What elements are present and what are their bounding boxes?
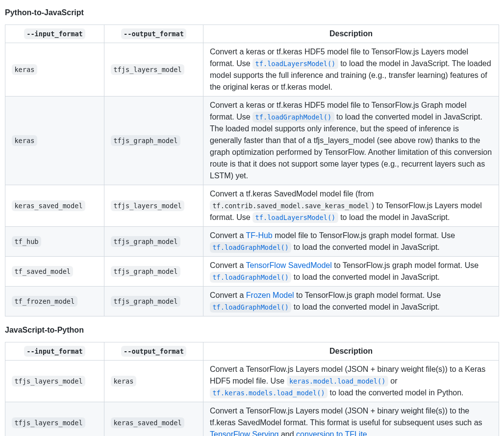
api-link[interactable]: tf.loadGraphModel() [252, 113, 334, 121]
description-cell: Convert a Frozen Model to TensorFlow.js … [203, 287, 499, 316]
api-link[interactable]: tf.loadLayersModel() [252, 213, 338, 221]
doc-link[interactable]: conversion to TFLite [296, 430, 367, 436]
doc-link[interactable]: Frozen Model [246, 291, 294, 299]
input-format-cell: keras [5, 43, 104, 97]
description-cell: Convert a keras or tf.keras HDF5 model f… [203, 97, 499, 185]
table-row: tf_frozen_modeltfjs_graph_modelConvert a… [5, 287, 499, 316]
api-link[interactable]: tf.keras.models.load_model() [210, 388, 328, 397]
table-row: tfjs_layers_modelkerasConvert a TensorFl… [5, 361, 499, 402]
table-row: tf_hubtfjs_graph_modelConvert a TF-Hub m… [5, 227, 499, 257]
col-header-desc: Description [203, 342, 499, 361]
input-format-cell: tf_hub [5, 227, 104, 257]
description-cell: Convert a tf.keras SavedModel model file… [203, 185, 499, 227]
api-link[interactable]: keras.model.load_model() [287, 377, 388, 385]
col-header-output: --output_format [104, 25, 203, 43]
description-cell: Convert a TensorFlow SavedModel to Tenso… [203, 257, 499, 287]
api-link[interactable]: tf.loadGraphModel() [210, 303, 291, 311]
output-format-cell: tfjs_graph_model [104, 257, 203, 287]
description-cell: Convert a TensorFlow.js Layers model (JS… [203, 402, 499, 436]
code-snippet: tf.contrib.saved_model.save_keras_model [210, 200, 372, 211]
conversion-table-js-to-py: --input_format --output_format Descripti… [5, 342, 499, 436]
col-header-input: --input_format [5, 25, 104, 43]
output-format-cell: tfjs_graph_model [104, 287, 203, 316]
input-format-cell: tf_frozen_model [5, 287, 104, 316]
conversion-table-py-to-js: --input_format --output_format Descripti… [5, 24, 499, 316]
api-link[interactable]: tf.loadGraphModel() [210, 243, 291, 251]
description-cell: Convert a keras or tf.keras HDF5 model f… [203, 43, 499, 97]
output-format-cell: tfjs_graph_model [104, 97, 203, 185]
input-format-cell: tfjs_layers_model [5, 402, 104, 436]
input-format-cell: tfjs_layers_model [5, 361, 104, 402]
doc-link[interactable]: TF-Hub [246, 231, 273, 240]
api-link[interactable]: tf.loadGraphModel() [210, 273, 291, 281]
table-row: kerastfjs_layers_modelConvert a keras or… [5, 43, 499, 97]
api-link[interactable]: tf.loadLayersModel() [252, 59, 338, 68]
output-format-cell: tfjs_layers_model [104, 185, 203, 227]
output-format-cell: tfjs_graph_model [104, 227, 203, 257]
col-header-input: --input_format [5, 342, 104, 361]
input-format-cell: keras [5, 97, 104, 185]
input-format-cell: tf_saved_model [5, 257, 104, 287]
output-format-cell: tfjs_layers_model [104, 43, 203, 97]
input-format-cell: keras_saved_model [5, 185, 104, 227]
output-format-cell: keras [104, 361, 203, 402]
table-row: tfjs_layers_modelkeras_saved_modelConver… [5, 402, 499, 436]
output-format-cell: keras_saved_model [104, 402, 203, 436]
section-title-js-to-py: JavaScript-to-Python [5, 324, 499, 336]
table-row: keras_saved_modeltfjs_layers_modelConver… [5, 185, 499, 227]
table-row: tf_saved_modeltfjs_graph_modelConvert a … [5, 257, 499, 287]
col-header-desc: Description [203, 25, 499, 43]
description-cell: Convert a TF-Hub model file to TensorFlo… [203, 227, 499, 257]
table-row: kerastfjs_graph_modelConvert a keras or … [5, 97, 499, 185]
col-header-output: --output_format [104, 342, 203, 361]
section-title-py-to-js: Python-to-JavaScript [5, 7, 499, 19]
doc-link[interactable]: TensorFlow Serving [210, 430, 279, 436]
doc-link[interactable]: TensorFlow SavedModel [246, 261, 332, 269]
description-cell: Convert a TensorFlow.js Layers model (JS… [203, 361, 499, 402]
